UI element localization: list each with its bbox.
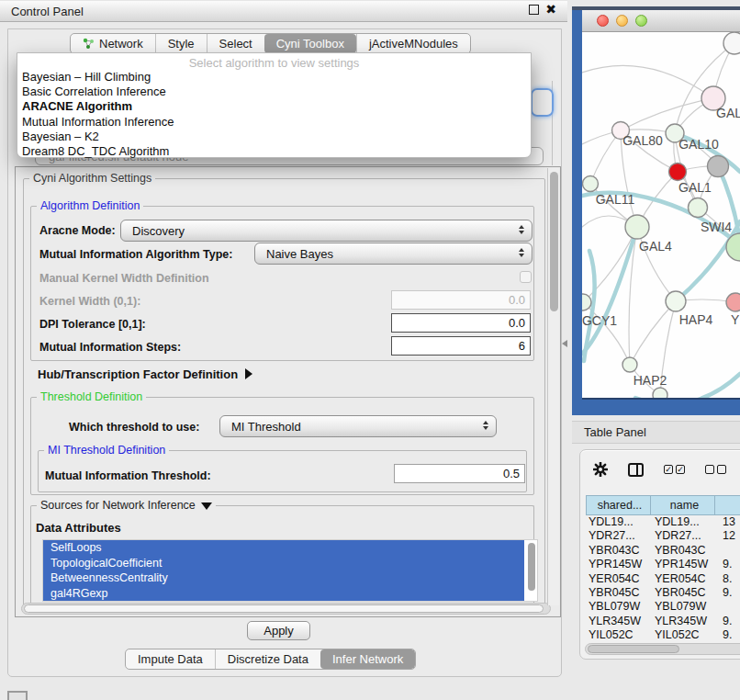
which-threshold-label: Which threshold to use: — [69, 421, 199, 434]
table-panel: ✓ ✓ shared...name YDL19...YDL19...13YDR2… — [579, 449, 740, 660]
network-node[interactable] — [622, 357, 637, 372]
table-row[interactable]: YLR345WYLR345W9. — [586, 615, 740, 628]
algorithm-option[interactable]: Bayesian – Hill Climbing — [17, 70, 531, 85]
network-node[interactable] — [669, 164, 687, 181]
network-window-titlebar[interactable] — [582, 10, 740, 32]
data-attribute-item[interactable]: TopologicalCoefficient — [43, 556, 524, 571]
network-node[interactable] — [726, 293, 740, 311]
vscroll-thumb[interactable] — [550, 172, 558, 311]
sources-title[interactable]: Sources for Network Inference — [37, 499, 216, 512]
gear-icon[interactable] — [593, 462, 608, 477]
select-all-columns-icon[interactable]: ✓ ✓ — [664, 465, 685, 474]
manual-kernel-width-label: Manual Kernel Width Definition — [39, 272, 209, 285]
tab-cyni-toolbox[interactable]: Cyni Toolbox — [264, 34, 356, 53]
table-cell: YBR043C — [586, 544, 651, 558]
dpi-tolerance-field[interactable]: 0.0 — [391, 313, 531, 333]
table-cell: YDR27... — [651, 529, 715, 543]
tab-style[interactable]: Style — [155, 34, 207, 53]
zoom-traffic-light[interactable] — [635, 15, 647, 27]
network-node[interactable] — [583, 176, 599, 192]
tab-jactivemnodules[interactable]: jActiveMNodules — [356, 34, 470, 53]
table-row[interactable]: YBR043CYBR043C — [586, 544, 740, 558]
mi-algorithm-type-label: Mutual Information Algorithm Type: — [39, 248, 232, 261]
combo-spinner-icon — [519, 248, 524, 257]
float-window-icon[interactable] — [529, 5, 539, 15]
minimize-traffic-light[interactable] — [616, 15, 628, 27]
node-label: HAP4 — [679, 312, 713, 327]
network-canvas[interactable]: GALGAL80GAL10GAL1GAL11GAL4SWI4GCY1HAP4YH… — [582, 32, 740, 398]
network-edge — [621, 98, 713, 130]
settings-horizontal-scrollbar[interactable] — [21, 603, 551, 615]
algorithm-option[interactable]: ARACNE Algorithm — [17, 99, 531, 114]
tab-select[interactable]: Select — [207, 34, 264, 53]
list-scrollbar-thumb[interactable] — [528, 543, 535, 591]
mi-steps-label: Mutual Information Steps: — [39, 341, 181, 354]
close-traffic-light[interactable] — [597, 15, 609, 27]
table-row[interactable]: YER054CYER054C8. — [586, 572, 740, 586]
table-cell: YDL19... — [651, 515, 715, 529]
mi-steps-field[interactable]: 6 — [391, 336, 531, 356]
algorithm-dropdown-list: Bayesian – Hill ClimbingBasic Correlatio… — [17, 70, 531, 159]
tab-label: Style — [168, 37, 195, 51]
show-columns-icon[interactable] — [628, 463, 644, 477]
table-hscroll-thumb[interactable] — [588, 645, 679, 653]
table-horizontal-scrollbar[interactable] — [585, 643, 740, 655]
column-header[interactable]: name — [651, 495, 715, 515]
network-node[interactable] — [653, 388, 667, 398]
tab-infer-network[interactable]: Infer Network — [320, 649, 415, 669]
network-node[interactable] — [723, 32, 740, 54]
column-header[interactable]: shared... — [586, 495, 651, 515]
mi-threshold-field[interactable]: 0.5 — [394, 464, 525, 483]
table-row[interactable]: YDR27...YDR27...12 — [586, 529, 740, 543]
tab-network[interactable]: Network — [71, 34, 155, 53]
table-cell: YLR345W — [586, 615, 651, 628]
algorithm-combo-focused-button[interactable] — [531, 88, 554, 117]
algorithm-option[interactable]: Mutual Information Inference — [17, 115, 531, 130]
network-node[interactable] — [689, 198, 708, 218]
tab-discretize-data[interactable]: Discretize Data — [215, 649, 320, 669]
apply-button[interactable]: Apply — [247, 621, 310, 640]
aracne-mode-combo[interactable]: Discovery — [120, 220, 533, 242]
data-attributes-list: SelfLoopsTopologicalCoefficientBetweenne… — [42, 539, 538, 602]
kernel-width-label: Kernel Width (0,1): — [39, 295, 140, 308]
threshold-definition-title: Threshold Definition — [37, 390, 146, 403]
manual-kernel-width-checkbox[interactable] — [520, 271, 532, 283]
kernel-width-field[interactable]: 0.0 — [391, 290, 531, 310]
tab-impute-data[interactable]: Impute Data — [126, 649, 215, 669]
table-cell: YER054C — [651, 572, 715, 586]
table-cell: YIL052C — [651, 628, 715, 642]
algorithm-option[interactable]: Basic Correlation Inference — [17, 85, 531, 99]
data-attribute-item[interactable]: SelfLoops — [43, 540, 524, 556]
table-cell: 8. — [715, 572, 740, 586]
network-canvas-shadow — [582, 398, 740, 400]
network-node[interactable] — [708, 156, 729, 177]
mi-algorithm-type-combo[interactable]: Naive Bayes — [254, 243, 533, 265]
table-row[interactable]: YDL19...YDL19...13 — [586, 515, 740, 529]
mi-threshold-definition-title: MI Threshold Definition — [44, 444, 169, 457]
column-header[interactable] — [715, 495, 740, 515]
data-attribute-item[interactable]: gal4RGexp — [43, 586, 524, 602]
close-icon[interactable]: ✖ — [545, 5, 556, 15]
tab-label: Discretize Data — [228, 652, 308, 666]
checked-box-icon: ✓ — [676, 465, 685, 474]
hub-definition-toggle[interactable]: Hub/Transcription Factor Definition — [38, 367, 252, 381]
settings-vertical-scrollbar[interactable] — [547, 168, 559, 605]
table-row[interactable]: YIL052CYIL052C9. — [586, 628, 740, 642]
table-row[interactable]: YPR145WYPR145W9. — [586, 558, 740, 571]
network-node[interactable] — [625, 215, 649, 239]
node-label: GCY1 — [582, 313, 617, 328]
sources-title-text: Sources for Network Inference — [40, 499, 196, 512]
table-row[interactable]: YBL079WYBL079W — [586, 600, 740, 614]
bottom-left-grip[interactable] — [7, 691, 28, 700]
network-node[interactable] — [666, 291, 686, 311]
algorithm-option[interactable]: Dream8 DC_TDC Algorithm — [17, 144, 531, 159]
deselect-all-columns-icon[interactable] — [705, 465, 726, 474]
table-row[interactable]: YBR045CYBR045C9. — [586, 586, 740, 600]
checked-box-icon: ✓ — [664, 465, 673, 474]
algorithm-option[interactable]: Bayesian – K2 — [17, 130, 531, 144]
hscroll-thumb[interactable] — [24, 604, 544, 613]
data-attribute-item[interactable]: BetweennessCentrality — [43, 570, 524, 586]
node-table: shared...name YDL19...YDL19...13YDR27...… — [586, 495, 740, 643]
which-threshold-combo[interactable]: MI Threshold — [219, 415, 497, 437]
panel-collapse-arrow-icon[interactable] — [562, 340, 567, 347]
